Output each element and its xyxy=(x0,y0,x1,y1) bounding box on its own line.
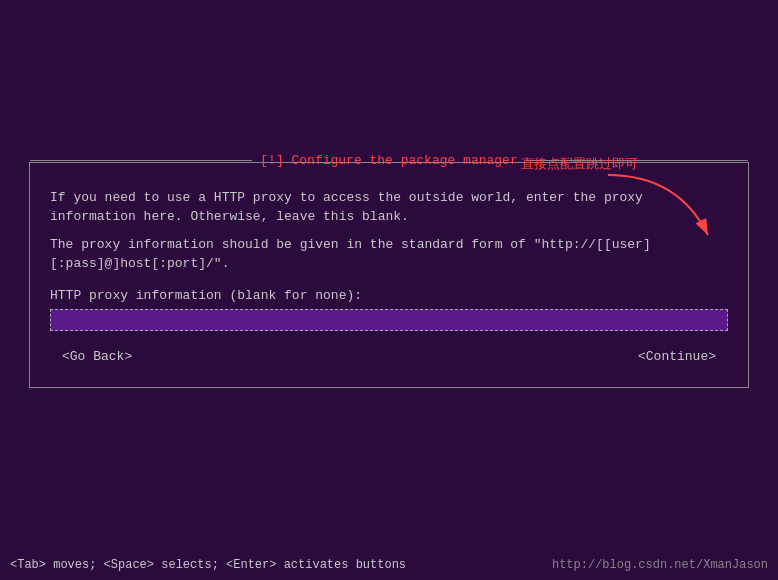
body-paragraph-1: If you need to use a HTTP proxy to acces… xyxy=(50,188,728,227)
status-right-text: http://blog.csdn.net/XmanJason xyxy=(552,558,768,572)
dialog-box: [!] Configure the package manager If you… xyxy=(29,162,749,389)
proxy-input[interactable] xyxy=(50,309,728,331)
body-paragraph-2: The proxy information should be given in… xyxy=(50,235,728,274)
terminal-area: [!] Configure the package manager If you… xyxy=(0,0,778,550)
input-row: HTTP proxy information (blank for none): xyxy=(50,286,728,332)
dialog-titlebar: [!] Configure the package manager xyxy=(30,153,748,168)
buttons-row: <Go Back> <Continue> xyxy=(50,339,728,372)
input-label: HTTP proxy information (blank for none): xyxy=(50,286,728,306)
dialog-title: [!] Configure the package manager xyxy=(252,153,525,168)
title-line-right xyxy=(526,160,748,161)
status-left-text: <Tab> moves; <Space> selects; <Enter> ac… xyxy=(10,558,406,572)
continue-button[interactable]: <Continue> xyxy=(630,347,724,366)
dialog-body: If you need to use a HTTP proxy to acces… xyxy=(30,178,748,388)
status-bar: <Tab> moves; <Space> selects; <Enter> ac… xyxy=(0,550,778,580)
title-line-left xyxy=(30,160,252,161)
outer-background: [!] Configure the package manager If you… xyxy=(0,0,778,580)
go-back-button[interactable]: <Go Back> xyxy=(54,347,140,366)
